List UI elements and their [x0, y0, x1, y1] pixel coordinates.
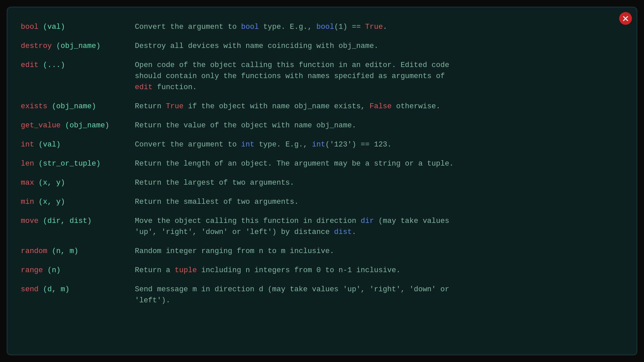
docs-container: bool (val) Convert the argument to bool …: [7, 7, 637, 355]
close-button[interactable]: [619, 12, 632, 25]
func-params: (...): [39, 61, 65, 69]
table-row: bool (val) Convert the argument to bool …: [21, 17, 623, 37]
func-description: Return the length of an object. The argu…: [135, 154, 623, 173]
func-signature: max (x, y): [21, 173, 135, 192]
func-params: (str_or_tuple): [34, 160, 101, 168]
table-row: min (x, y) Return the smallest of two ar…: [21, 192, 623, 212]
table-row: random (n, m) Random integer ranging fro…: [21, 242, 623, 261]
func-description: Convert the argument to int type. E.g., …: [135, 135, 623, 154]
func-description: Move the object calling this function in…: [135, 212, 623, 242]
func-signature: random (n, m): [21, 242, 135, 261]
func-description: Return True if the object with name obj_…: [135, 97, 623, 116]
func-params: (val): [34, 140, 61, 149]
func-name: destroy: [21, 42, 52, 50]
func-name: int: [21, 140, 34, 149]
func-params: (x, y): [34, 179, 65, 187]
func-description: Random integer ranging from n to m inclu…: [135, 242, 623, 261]
docs-table: bool (val) Convert the argument to bool …: [21, 17, 623, 310]
func-name: range: [21, 266, 43, 275]
func-signature: get_value (obj_name): [21, 116, 135, 135]
func-description: Return the smallest of two arguments.: [135, 192, 623, 212]
func-params: (n): [43, 266, 61, 275]
func-signature: edit (...): [21, 56, 135, 97]
func-signature: destroy (obj_name): [21, 37, 135, 56]
func-params: (x, y): [34, 198, 65, 206]
func-signature: len (str_or_tuple): [21, 154, 135, 173]
func-name: move: [21, 217, 39, 225]
func-signature: send (d, m): [21, 280, 135, 310]
func-signature: move (dir, dist): [21, 212, 135, 242]
table-row: range (n) Return a tuple including n int…: [21, 261, 623, 280]
func-signature: range (n): [21, 261, 135, 280]
func-signature: bool (val): [21, 17, 135, 37]
func-params: (d, m): [39, 285, 69, 294]
func-name: exists: [21, 102, 47, 111]
func-params: (obj_name): [52, 42, 100, 50]
func-description: Open code of the object calling this fun…: [135, 56, 623, 97]
func-name: random: [21, 247, 47, 255]
table-row: max (x, y) Return the largest of two arg…: [21, 173, 623, 192]
func-params: (obj_name): [61, 121, 109, 130]
func-name: min: [21, 198, 34, 206]
func-signature: int (val): [21, 135, 135, 154]
func-description: Send message m in direction d (may take …: [135, 280, 623, 310]
table-row: get_value (obj_name) Return the value of…: [21, 116, 623, 135]
func-params: (obj_name): [47, 102, 96, 111]
func-description: Return a tuple including n integers from…: [135, 261, 623, 280]
func-description: Convert the argument to bool type. E.g.,…: [135, 17, 623, 37]
func-name: max: [21, 179, 34, 187]
table-row: destroy (obj_name) Destroy all devices w…: [21, 37, 623, 56]
func-signature: min (x, y): [21, 192, 135, 212]
func-params: (val): [39, 23, 65, 31]
table-row: exists (obj_name) Return True if the obj…: [21, 97, 623, 116]
func-description: Return the largest of two arguments.: [135, 173, 623, 192]
func-name: len: [21, 160, 34, 168]
table-row: len (str_or_tuple) Return the length of …: [21, 154, 623, 173]
func-signature: exists (obj_name): [21, 97, 135, 116]
func-params: (n, m): [47, 247, 78, 255]
func-name: get_value: [21, 121, 61, 130]
func-name: send: [21, 285, 39, 294]
func-description: Return the value of the object with name…: [135, 116, 623, 135]
table-row: send (d, m) Send message m in direction …: [21, 280, 623, 310]
table-row: move (dir, dist) Move the object calling…: [21, 212, 623, 242]
func-params: (dir, dist): [39, 217, 92, 225]
table-row: int (val) Convert the argument to int ty…: [21, 135, 623, 154]
func-description: Destroy all devices with name coinciding…: [135, 37, 623, 56]
table-row: edit (...) Open code of the object calli…: [21, 56, 623, 97]
func-name: bool: [21, 23, 39, 31]
func-name: edit: [21, 61, 39, 69]
